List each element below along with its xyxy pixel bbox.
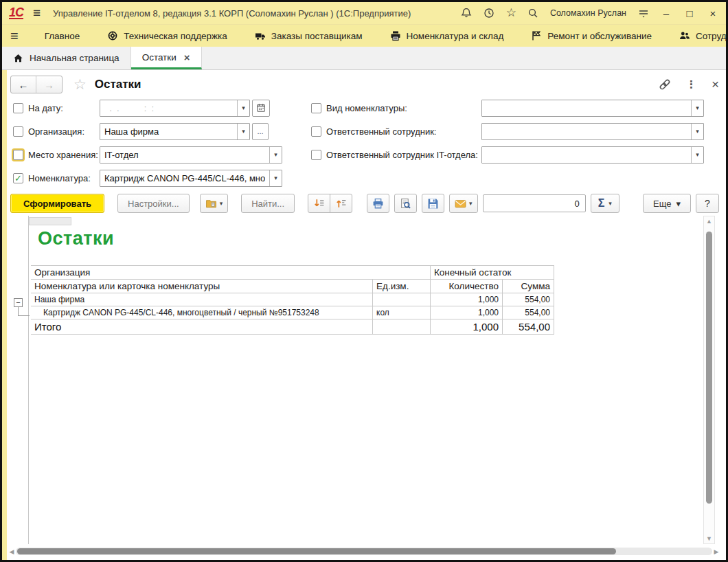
menu-item-staff[interactable]: Сотрудники bbox=[668, 25, 728, 47]
nomenclature-filter-checkbox[interactable]: ✓ bbox=[13, 173, 23, 183]
nomenclature-filter-label: Номенклатура: bbox=[28, 173, 100, 183]
responsible-filter-label: Ответственный сотрудник: bbox=[326, 126, 481, 137]
responsible-filter-checkbox[interactable] bbox=[311, 126, 321, 137]
scroll-left-icon[interactable]: ◀ bbox=[8, 548, 16, 555]
filter-row-organization: Организация: ▾ ... bbox=[13, 120, 269, 143]
nomenclature-type-filter-checkbox[interactable] bbox=[311, 103, 321, 113]
it-responsible-input[interactable] bbox=[482, 147, 691, 163]
forward-button[interactable]: → bbox=[36, 76, 62, 93]
settings-button[interactable]: Настройки... bbox=[117, 194, 190, 213]
storage-place-dropdown-icon[interactable]: ▾ bbox=[269, 147, 282, 163]
autosum-button[interactable]: Σ ▾ bbox=[591, 194, 619, 213]
sections-menu-icon[interactable]: ≡ bbox=[10, 28, 19, 44]
menu-item-supplier-orders[interactable]: Заказы поставщикам bbox=[244, 25, 374, 47]
organization-input[interactable] bbox=[100, 124, 237, 139]
notifications-bell-icon[interactable] bbox=[461, 8, 473, 19]
organization-choose-button[interactable]: ... bbox=[252, 123, 269, 140]
menu-item-stock[interactable]: Номенклатура и склад bbox=[379, 25, 515, 47]
responsible-dropdown-icon[interactable]: ▾ bbox=[691, 124, 703, 139]
scroll-down-icon[interactable]: ▼ bbox=[704, 535, 714, 542]
history-nav: ← → bbox=[10, 76, 62, 93]
responsible-field: ▾ bbox=[481, 123, 704, 140]
print-button[interactable] bbox=[367, 194, 389, 213]
cell-unit: кол bbox=[372, 306, 430, 319]
find-button[interactable]: Найти... bbox=[241, 194, 295, 213]
app-window: 1С ≡ Управление IT-отделом 8, редакция 3… bbox=[0, 0, 728, 562]
report-variants-button[interactable]: ▾ bbox=[200, 194, 229, 213]
horizontal-scrollbar[interactable]: ◀ ▶ bbox=[8, 546, 720, 557]
history-icon[interactable] bbox=[484, 8, 495, 19]
group-collapse-expander[interactable]: − bbox=[14, 298, 23, 307]
dropdown-icon: ▾ bbox=[608, 200, 612, 207]
vertical-scrollbar[interactable]: ▲ ▼ bbox=[703, 216, 715, 544]
add-to-favorites-star-icon[interactable]: ☆ bbox=[73, 76, 87, 93]
tab-home[interactable]: Начальная страница bbox=[2, 47, 131, 69]
tab-close-icon[interactable]: × bbox=[184, 52, 190, 63]
expand-groups-button[interactable] bbox=[308, 194, 330, 213]
nomenclature-input[interactable] bbox=[100, 170, 269, 186]
close-form-icon[interactable]: × bbox=[712, 77, 719, 92]
minimize-button[interactable]: – bbox=[660, 8, 672, 19]
maximize-button[interactable]: □ bbox=[683, 8, 696, 19]
calendar-button[interactable] bbox=[252, 100, 270, 117]
sum-indicator-field[interactable] bbox=[483, 194, 586, 212]
organization-field: ▾ bbox=[100, 123, 250, 140]
menu-item-main[interactable]: Главное bbox=[34, 25, 91, 47]
get-link-icon[interactable] bbox=[659, 78, 671, 91]
date-input[interactable] bbox=[100, 100, 237, 116]
menu-label: Заказы поставщикам bbox=[271, 31, 363, 41]
responsible-input[interactable] bbox=[482, 124, 691, 139]
nomenclature-dropdown-icon[interactable]: ▾ bbox=[269, 170, 282, 186]
table-row-detail[interactable]: Картридж CANON PG-445/CL-446, многоцветн… bbox=[31, 306, 554, 319]
table-row-total[interactable]: Итого 1,000 554,00 bbox=[31, 319, 554, 335]
storage-place-filter-checkbox[interactable] bbox=[13, 150, 23, 160]
menu-item-tech-support[interactable]: Техническая поддержка bbox=[96, 25, 238, 47]
scroll-right-icon[interactable]: ▶ bbox=[712, 548, 720, 555]
back-button[interactable]: ← bbox=[11, 76, 36, 93]
cell-total-label: Итого bbox=[31, 319, 372, 334]
left-accent-stripe bbox=[2, 70, 7, 560]
header-organization: Организация bbox=[31, 266, 430, 279]
favorites-star-icon[interactable]: ☆ bbox=[506, 8, 516, 19]
collapse-groups-button[interactable] bbox=[330, 194, 352, 213]
help-button[interactable]: ? bbox=[696, 194, 719, 213]
hamburger-icon[interactable]: ≡ bbox=[33, 5, 41, 21]
cell-name: Наша фирма bbox=[31, 293, 372, 306]
it-responsible-filter-checkbox[interactable] bbox=[311, 150, 321, 160]
save-button[interactable] bbox=[422, 194, 444, 213]
form-header: ← → ☆ Остатки ⋮ × bbox=[10, 74, 719, 95]
send-email-button[interactable]: ▾ bbox=[449, 194, 478, 213]
nomenclature-type-input[interactable] bbox=[482, 100, 691, 116]
more-label: Еще bbox=[653, 199, 671, 209]
service-menu-icon[interactable] bbox=[637, 8, 649, 19]
generate-button[interactable]: Сформировать bbox=[10, 194, 104, 213]
dropdown-icon: ▾ bbox=[676, 199, 681, 209]
date-filter-checkbox[interactable] bbox=[13, 103, 23, 113]
print-preview-button[interactable] bbox=[394, 194, 417, 213]
nomenclature-type-dropdown-icon[interactable]: ▾ bbox=[691, 100, 703, 116]
table-row-group[interactable]: Наша фирма 1,000 554,00 bbox=[31, 293, 554, 306]
date-dropdown-icon[interactable]: ▾ bbox=[237, 100, 249, 116]
menu-item-repair[interactable]: Ремонт и обслуживание bbox=[520, 25, 663, 47]
more-button[interactable]: Еще ▾ bbox=[643, 194, 691, 213]
vertical-scroll-thumb[interactable] bbox=[706, 232, 712, 504]
close-window-button[interactable]: × bbox=[707, 8, 719, 19]
menu-label: Номенклатура и склад bbox=[407, 31, 504, 41]
horizontal-scroll-thumb[interactable] bbox=[17, 548, 616, 554]
current-user[interactable]: Соломахин Руслан bbox=[550, 8, 626, 18]
header-unit: Ед.изм. bbox=[372, 280, 430, 293]
more-actions-icon[interactable]: ⋮ bbox=[686, 78, 696, 91]
scroll-up-icon[interactable]: ▲ bbox=[704, 218, 714, 225]
report-table: Организация Конечный остаток Номенклатур… bbox=[31, 265, 554, 335]
horizontal-scroll-track[interactable] bbox=[16, 548, 712, 555]
header-sum: Сумма bbox=[502, 280, 554, 293]
organization-filter-checkbox[interactable] bbox=[13, 126, 23, 137]
home-icon bbox=[13, 53, 23, 63]
menu-label: Техническая поддержка bbox=[124, 31, 227, 41]
search-icon[interactable] bbox=[527, 8, 539, 19]
tab-ostatki[interactable]: Остатки × bbox=[131, 47, 202, 69]
it-responsible-dropdown-icon[interactable]: ▾ bbox=[691, 147, 703, 163]
organization-dropdown-icon[interactable]: ▾ bbox=[237, 124, 249, 139]
report-spreadsheet: Остатки − Организация Конечный остаток Н… bbox=[9, 216, 703, 544]
storage-place-input[interactable] bbox=[100, 147, 269, 163]
